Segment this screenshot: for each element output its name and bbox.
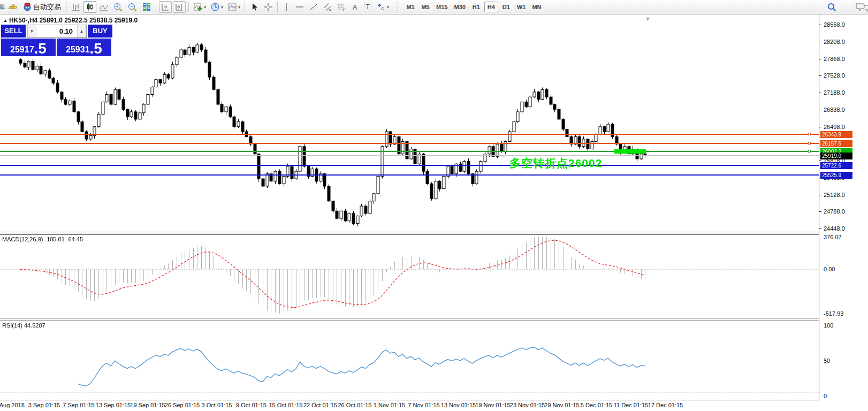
chart-title: ▲HK50-,H4 25891.0 25922.5 25838.5 25919.… xyxy=(3,17,138,24)
fibonacci-tool[interactable]: F xyxy=(335,1,348,13)
buy-button[interactable]: BUY xyxy=(88,25,112,38)
fibonacci-icon: F xyxy=(337,2,346,12)
auto-scroll-button[interactable] xyxy=(159,1,172,13)
volume-input[interactable]: 0.10 xyxy=(36,25,77,37)
price-tick-mark xyxy=(819,161,821,161)
sell-price[interactable]: 25917.5 xyxy=(1,39,56,56)
time-axis[interactable]: 8 Aug 20183 Sep 01:157 Sep 01:1513 Sep 0… xyxy=(0,400,868,411)
indicators-button[interactable]: ▾ xyxy=(192,1,208,13)
macd-axis-label: -517.93 xyxy=(824,310,843,317)
chart-shift-button[interactable] xyxy=(173,1,186,13)
equidistant-channel-tool[interactable]: E xyxy=(321,1,334,13)
vertical-line-tool[interactable] xyxy=(280,1,292,13)
toolbar-separator xyxy=(245,2,245,12)
indicators-icon xyxy=(193,2,203,12)
scroll-marker-icon: ▼ xyxy=(645,16,651,22)
zoom-in-button[interactable] xyxy=(111,1,125,13)
price-level-line-26157.5[interactable] xyxy=(0,143,819,144)
bar-chart-button[interactable] xyxy=(70,1,82,13)
price-tick-label: 27528.0 xyxy=(824,72,845,79)
zoom-out-button[interactable] xyxy=(126,1,139,13)
time-axis-label: 26 Oct 01:15 xyxy=(338,402,372,408)
new-order-button[interactable] xyxy=(6,1,20,13)
timeframe-button-D1[interactable]: D1 xyxy=(499,2,513,12)
trendline-tool[interactable] xyxy=(307,1,320,13)
text-tool[interactable]: A xyxy=(349,1,361,13)
time-axis-label: 26 Sep 01:15 xyxy=(165,402,200,408)
price-tick-label: 28558.0 xyxy=(824,21,845,28)
line-chart-button[interactable] xyxy=(97,1,110,13)
sell-button[interactable]: SELL xyxy=(1,25,26,38)
chart-shift-icon xyxy=(174,2,184,12)
cursor-button[interactable] xyxy=(248,1,261,13)
macd-axis-label: 0.00 xyxy=(824,266,835,272)
clock-icon xyxy=(210,2,220,12)
volume-increase-button[interactable]: ▴ xyxy=(77,25,86,37)
price-level-line-26002.2[interactable] xyxy=(0,151,819,152)
timeframe-button-M30[interactable]: M30 xyxy=(451,2,468,12)
timeframe-button-H4[interactable]: H4 xyxy=(484,2,498,12)
tile-windows-button[interactable] xyxy=(140,1,153,13)
templates-icon xyxy=(227,2,237,12)
volume-decrease-button[interactable]: ▾ xyxy=(27,25,36,37)
price-axis[interactable]: 28558.028208.027868.027528.027188.026838… xyxy=(819,14,868,400)
time-axis-label: 23 Nov 01:15 xyxy=(510,402,545,408)
search-icon xyxy=(827,2,837,12)
rsi-panel-splitter[interactable] xyxy=(0,318,819,321)
rsi-canvas[interactable] xyxy=(0,322,819,400)
text-label-tool[interactable]: T xyxy=(362,1,374,13)
cursor-icon xyxy=(249,2,259,12)
auto-scroll-icon xyxy=(161,2,170,12)
timeframe-button-MN[interactable]: MN xyxy=(529,2,544,12)
chart-window[interactable]: ▲HK50-,H4 25891.0 25922.5 25838.5 25919.… xyxy=(0,14,819,411)
time-axis-label: 13 Nov 01:15 xyxy=(441,402,476,408)
line-handle[interactable] xyxy=(808,142,811,144)
macd-panel-splitter[interactable] xyxy=(0,232,819,235)
dropdown-arrow-icon: ▾ xyxy=(221,5,223,10)
arrows-tool[interactable]: ▾ xyxy=(375,1,391,13)
horizontal-line-tool[interactable] xyxy=(293,1,306,13)
candlestick-chart-button[interactable] xyxy=(83,1,96,13)
dropdown-arrow-icon: ▾ xyxy=(238,5,240,10)
buy-price[interactable]: 25931.5 xyxy=(57,39,111,56)
timeframe-button-M15[interactable]: M15 xyxy=(433,2,450,12)
new-order-label-partial[interactable]: 单 xyxy=(0,3,5,12)
timeframe-button-H1[interactable]: H1 xyxy=(469,2,483,12)
search-button[interactable] xyxy=(825,1,839,13)
timeframe-button-W1[interactable]: W1 xyxy=(514,2,529,12)
sell-price-dec: .5 xyxy=(34,42,47,56)
main-chart-canvas[interactable] xyxy=(0,14,819,232)
toolbar-grip[interactable] xyxy=(65,2,67,12)
symbol-marker-icon: ▲ xyxy=(3,18,7,23)
timeframe-toolbar: M1M5M15M30H1H4D1W1MN xyxy=(403,2,544,12)
toolbar-grip[interactable] xyxy=(395,2,398,12)
templates-button[interactable]: ▾ xyxy=(226,1,242,13)
timeframe-button-M1[interactable]: M1 xyxy=(403,2,417,12)
community-chat-button[interactable] xyxy=(853,1,868,13)
timeframe-button-M5[interactable]: M5 xyxy=(418,2,432,12)
time-axis-label: 22 Oct 01:15 xyxy=(303,402,337,408)
price-tick-label: 25128.0 xyxy=(824,192,845,198)
price-badge-25722.6: 25722.6 xyxy=(820,162,852,169)
price-tick-mark xyxy=(819,42,821,42)
one-click-trade-panel: SELL ▾ 0.10 ▴ BUY 25917.5 25931.5 xyxy=(1,25,112,56)
highlight-bar-object[interactable] xyxy=(614,149,646,154)
line-handle[interactable] xyxy=(808,150,811,153)
price-tick-mark xyxy=(819,75,821,76)
macd-canvas[interactable] xyxy=(0,235,819,318)
trendline-icon xyxy=(309,2,318,12)
line-handle[interactable] xyxy=(808,133,811,135)
auto-trading-button[interactable]: 自动交易 xyxy=(21,1,63,13)
crosshair-button[interactable] xyxy=(262,1,275,13)
price-level-line-25722.6[interactable] xyxy=(0,165,819,166)
price-level-line-25919.0[interactable] xyxy=(0,155,819,156)
price-level-line-25525.9[interactable] xyxy=(0,174,819,176)
chart-text-annotation[interactable]: 多空转折点26002 xyxy=(509,156,602,171)
price-level-line-26343.9[interactable] xyxy=(0,134,819,135)
toolbar-separator xyxy=(156,2,156,12)
periods-button[interactable]: ▾ xyxy=(209,1,225,13)
rsi-axis-label: 0 xyxy=(824,393,827,399)
vertical-line-icon xyxy=(283,2,290,12)
macd-axis-label: 376.07 xyxy=(824,234,842,240)
chat-bubbles-icon xyxy=(855,2,868,12)
